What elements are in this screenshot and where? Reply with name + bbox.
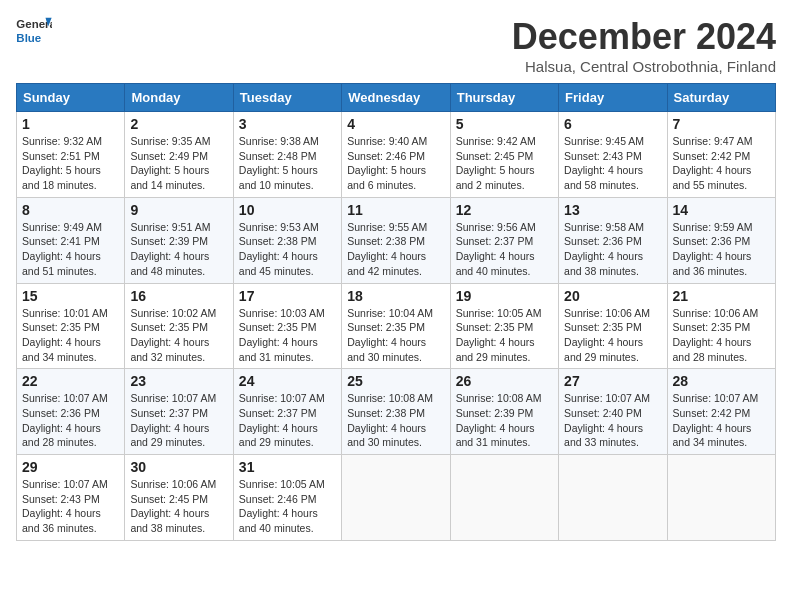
day-info: Sunrise: 10:08 AM Sunset: 2:38 PM Daylig…	[347, 391, 444, 450]
day-number: 16	[130, 288, 227, 304]
calendar-cell: 3Sunrise: 9:38 AM Sunset: 2:48 PM Daylig…	[233, 112, 341, 198]
day-number: 21	[673, 288, 770, 304]
day-number: 6	[564, 116, 661, 132]
day-number: 17	[239, 288, 336, 304]
day-info: Sunrise: 10:07 AM Sunset: 2:40 PM Daylig…	[564, 391, 661, 450]
day-number: 30	[130, 459, 227, 475]
day-number: 4	[347, 116, 444, 132]
calendar-cell: 25Sunrise: 10:08 AM Sunset: 2:38 PM Dayl…	[342, 369, 450, 455]
title-area: December 2024 Halsua, Central Ostrobothn…	[512, 16, 776, 75]
day-info: Sunrise: 9:56 AM Sunset: 2:37 PM Dayligh…	[456, 220, 553, 279]
day-number: 10	[239, 202, 336, 218]
calendar-cell: 18Sunrise: 10:04 AM Sunset: 2:35 PM Dayl…	[342, 283, 450, 369]
day-number: 8	[22, 202, 119, 218]
day-info: Sunrise: 10:04 AM Sunset: 2:35 PM Daylig…	[347, 306, 444, 365]
calendar-cell: 19Sunrise: 10:05 AM Sunset: 2:35 PM Dayl…	[450, 283, 558, 369]
day-number: 24	[239, 373, 336, 389]
day-info: Sunrise: 10:07 AM Sunset: 2:36 PM Daylig…	[22, 391, 119, 450]
day-info: Sunrise: 9:47 AM Sunset: 2:42 PM Dayligh…	[673, 134, 770, 193]
day-number: 12	[456, 202, 553, 218]
calendar-cell: 8Sunrise: 9:49 AM Sunset: 2:41 PM Daylig…	[17, 197, 125, 283]
calendar-cell: 6Sunrise: 9:45 AM Sunset: 2:43 PM Daylig…	[559, 112, 667, 198]
day-number: 3	[239, 116, 336, 132]
calendar-cell: 21Sunrise: 10:06 AM Sunset: 2:35 PM Dayl…	[667, 283, 775, 369]
calendar-cell: 28Sunrise: 10:07 AM Sunset: 2:42 PM Dayl…	[667, 369, 775, 455]
day-number: 9	[130, 202, 227, 218]
day-header-thursday: Thursday	[450, 84, 558, 112]
calendar-cell	[450, 455, 558, 541]
day-number: 14	[673, 202, 770, 218]
week-row-5: 29Sunrise: 10:07 AM Sunset: 2:43 PM Dayl…	[17, 455, 776, 541]
svg-text:Blue: Blue	[16, 32, 41, 44]
calendar-cell: 9Sunrise: 9:51 AM Sunset: 2:39 PM Daylig…	[125, 197, 233, 283]
day-info: Sunrise: 9:45 AM Sunset: 2:43 PM Dayligh…	[564, 134, 661, 193]
day-info: Sunrise: 10:06 AM Sunset: 2:35 PM Daylig…	[673, 306, 770, 365]
calendar-cell: 27Sunrise: 10:07 AM Sunset: 2:40 PM Dayl…	[559, 369, 667, 455]
day-info: Sunrise: 9:42 AM Sunset: 2:45 PM Dayligh…	[456, 134, 553, 193]
day-info: Sunrise: 9:55 AM Sunset: 2:38 PM Dayligh…	[347, 220, 444, 279]
day-number: 11	[347, 202, 444, 218]
calendar-cell: 15Sunrise: 10:01 AM Sunset: 2:35 PM Dayl…	[17, 283, 125, 369]
day-info: Sunrise: 9:59 AM Sunset: 2:36 PM Dayligh…	[673, 220, 770, 279]
calendar-cell: 7Sunrise: 9:47 AM Sunset: 2:42 PM Daylig…	[667, 112, 775, 198]
day-number: 28	[673, 373, 770, 389]
day-info: Sunrise: 10:07 AM Sunset: 2:37 PM Daylig…	[239, 391, 336, 450]
week-row-3: 15Sunrise: 10:01 AM Sunset: 2:35 PM Dayl…	[17, 283, 776, 369]
day-number: 20	[564, 288, 661, 304]
day-number: 13	[564, 202, 661, 218]
calendar-cell: 24Sunrise: 10:07 AM Sunset: 2:37 PM Dayl…	[233, 369, 341, 455]
day-info: Sunrise: 10:08 AM Sunset: 2:39 PM Daylig…	[456, 391, 553, 450]
day-header-friday: Friday	[559, 84, 667, 112]
day-number: 15	[22, 288, 119, 304]
week-row-4: 22Sunrise: 10:07 AM Sunset: 2:36 PM Dayl…	[17, 369, 776, 455]
day-header-sunday: Sunday	[17, 84, 125, 112]
header: GeneralBlue December 2024 Halsua, Centra…	[16, 16, 776, 75]
calendar-cell: 4Sunrise: 9:40 AM Sunset: 2:46 PM Daylig…	[342, 112, 450, 198]
calendar-cell: 1Sunrise: 9:32 AM Sunset: 2:51 PM Daylig…	[17, 112, 125, 198]
calendar-cell: 31Sunrise: 10:05 AM Sunset: 2:46 PM Dayl…	[233, 455, 341, 541]
day-info: Sunrise: 9:38 AM Sunset: 2:48 PM Dayligh…	[239, 134, 336, 193]
day-number: 19	[456, 288, 553, 304]
day-number: 2	[130, 116, 227, 132]
day-info: Sunrise: 9:53 AM Sunset: 2:38 PM Dayligh…	[239, 220, 336, 279]
day-number: 26	[456, 373, 553, 389]
day-number: 31	[239, 459, 336, 475]
calendar-cell: 22Sunrise: 10:07 AM Sunset: 2:36 PM Dayl…	[17, 369, 125, 455]
day-info: Sunrise: 9:49 AM Sunset: 2:41 PM Dayligh…	[22, 220, 119, 279]
subtitle: Halsua, Central Ostrobothnia, Finland	[512, 58, 776, 75]
day-info: Sunrise: 10:01 AM Sunset: 2:35 PM Daylig…	[22, 306, 119, 365]
calendar-cell: 16Sunrise: 10:02 AM Sunset: 2:35 PM Dayl…	[125, 283, 233, 369]
day-number: 18	[347, 288, 444, 304]
day-header-saturday: Saturday	[667, 84, 775, 112]
day-number: 7	[673, 116, 770, 132]
logo-icon: GeneralBlue	[16, 16, 52, 46]
day-info: Sunrise: 9:51 AM Sunset: 2:39 PM Dayligh…	[130, 220, 227, 279]
calendar-cell: 13Sunrise: 9:58 AM Sunset: 2:36 PM Dayli…	[559, 197, 667, 283]
calendar-cell: 20Sunrise: 10:06 AM Sunset: 2:35 PM Dayl…	[559, 283, 667, 369]
calendar-cell	[559, 455, 667, 541]
day-number: 1	[22, 116, 119, 132]
calendar-table: SundayMondayTuesdayWednesdayThursdayFrid…	[16, 83, 776, 541]
day-number: 25	[347, 373, 444, 389]
calendar-cell	[667, 455, 775, 541]
day-info: Sunrise: 10:02 AM Sunset: 2:35 PM Daylig…	[130, 306, 227, 365]
day-info: Sunrise: 10:03 AM Sunset: 2:35 PM Daylig…	[239, 306, 336, 365]
day-number: 23	[130, 373, 227, 389]
calendar-cell: 17Sunrise: 10:03 AM Sunset: 2:35 PM Dayl…	[233, 283, 341, 369]
header-row: SundayMondayTuesdayWednesdayThursdayFrid…	[17, 84, 776, 112]
calendar-cell: 26Sunrise: 10:08 AM Sunset: 2:39 PM Dayl…	[450, 369, 558, 455]
day-info: Sunrise: 10:06 AM Sunset: 2:45 PM Daylig…	[130, 477, 227, 536]
day-info: Sunrise: 10:05 AM Sunset: 2:35 PM Daylig…	[456, 306, 553, 365]
week-row-2: 8Sunrise: 9:49 AM Sunset: 2:41 PM Daylig…	[17, 197, 776, 283]
day-header-monday: Monday	[125, 84, 233, 112]
week-row-1: 1Sunrise: 9:32 AM Sunset: 2:51 PM Daylig…	[17, 112, 776, 198]
calendar-cell: 23Sunrise: 10:07 AM Sunset: 2:37 PM Dayl…	[125, 369, 233, 455]
calendar-cell: 30Sunrise: 10:06 AM Sunset: 2:45 PM Dayl…	[125, 455, 233, 541]
day-info: Sunrise: 10:06 AM Sunset: 2:35 PM Daylig…	[564, 306, 661, 365]
day-info: Sunrise: 9:32 AM Sunset: 2:51 PM Dayligh…	[22, 134, 119, 193]
month-title: December 2024	[512, 16, 776, 58]
calendar-cell: 14Sunrise: 9:59 AM Sunset: 2:36 PM Dayli…	[667, 197, 775, 283]
day-info: Sunrise: 10:07 AM Sunset: 2:43 PM Daylig…	[22, 477, 119, 536]
calendar-cell: 10Sunrise: 9:53 AM Sunset: 2:38 PM Dayli…	[233, 197, 341, 283]
day-info: Sunrise: 10:07 AM Sunset: 2:42 PM Daylig…	[673, 391, 770, 450]
